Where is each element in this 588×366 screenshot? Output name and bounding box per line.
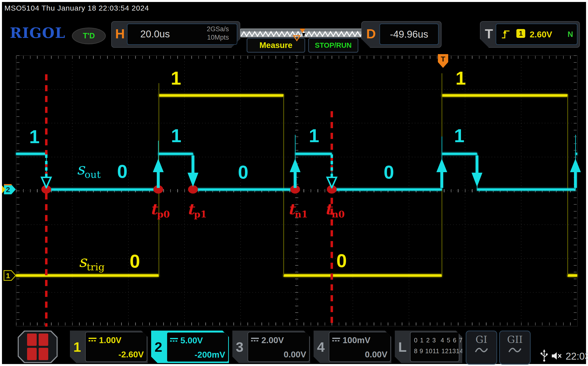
- channel1-chip[interactable]: 11.00V-2.60V: [70, 331, 148, 363]
- trace-s_out-segment: [16, 153, 46, 155]
- transition-arrow-shaft: [294, 172, 297, 188]
- signal-name-label: strig: [79, 254, 105, 272]
- generator2-chip[interactable]: GII: [499, 331, 531, 365]
- channel-offset: -2.60V: [118, 350, 144, 359]
- usb-icon: [540, 349, 548, 362]
- red-dashed-cursor: [45, 74, 48, 327]
- dc-coupling-icon: [332, 338, 340, 341]
- menu-button[interactable]: [18, 331, 58, 363]
- hollow-arrow-head-down: [326, 177, 338, 188]
- transition-arrow-shaft: [574, 172, 577, 188]
- trace-s_out-spike: [295, 135, 296, 154]
- time-point-label: tp0: [150, 202, 170, 219]
- bottom-edge-ticks: [16, 322, 577, 325]
- dc-coupling-icon: [89, 338, 96, 341]
- four-squares-icon: [27, 334, 48, 360]
- signal-name-label: sout: [77, 161, 101, 179]
- trace-s_out-segment: [46, 188, 158, 191]
- binary-state-label: 0: [130, 252, 140, 271]
- channel-offset: 0.00V: [284, 350, 306, 359]
- trace-s_out-segment: [477, 188, 575, 191]
- trace-s_out-segment: [332, 188, 442, 191]
- binary-state-label: 1: [454, 126, 464, 145]
- channel-settings-panel: 5.00V-200mV: [166, 332, 229, 362]
- binary-state-label: 0: [336, 251, 347, 270]
- trace-s_trig-spike: [442, 73, 442, 96]
- clock-time: 22:03: [566, 351, 588, 362]
- binary-state-label: 1: [29, 127, 40, 146]
- trace-s_out-spike: [442, 137, 442, 154]
- logic-analyzer-chip[interactable]: L 0 1 2 3 4 5 6 7 8 9 1011 12131415: [395, 331, 462, 363]
- speaker-muted-icon: [551, 351, 563, 361]
- trace-s_trig-edge: [283, 95, 284, 275]
- channel-scale: 100mV: [343, 335, 370, 345]
- transition-arrow-head-up: [290, 159, 301, 172]
- channel-scale: 2.00V: [261, 335, 284, 345]
- time-point-label: tn0: [325, 202, 345, 219]
- channel-scale: 1.00V: [99, 335, 121, 345]
- channel-settings-panel: 2.00V0.00V: [248, 332, 310, 362]
- trace-s_out-segment: [158, 153, 193, 155]
- binary-state-label: 0: [117, 162, 127, 181]
- generator2-label: GII: [500, 334, 530, 345]
- left-edge-ticks: [16, 55, 19, 326]
- time-point-label: tn1: [288, 202, 308, 219]
- channel-offset: -200mV: [194, 350, 225, 360]
- transition-arrow-head-down: [472, 173, 482, 187]
- transition-arrow-head-up: [153, 159, 164, 172]
- channel-number: 2: [155, 339, 162, 355]
- hollow-arrow-head-down: [40, 177, 52, 188]
- trigger-level-arrow-icon: [2, 185, 6, 193]
- trace-s_trig-spike: [159, 83, 159, 96]
- channel1-position-tag[interactable]: 1: [3, 270, 16, 281]
- top-edge-ticks: [16, 56, 577, 59]
- trace-s_out-segment: [442, 153, 477, 155]
- trace-s_trig-segment: [442, 94, 568, 97]
- generator1-label: GI: [466, 334, 496, 345]
- transition-arrow-head-up: [436, 159, 447, 172]
- transition-arrow-head-down: [188, 173, 198, 187]
- channel3-chip[interactable]: 32.00V0.00V: [232, 331, 310, 363]
- trigger-position-triangle-icon: [293, 35, 301, 41]
- binary-state-label: 1: [171, 69, 181, 88]
- channel-settings-panel: 1.00V-2.60V: [85, 332, 147, 362]
- logic-label: L: [398, 339, 407, 355]
- trace-s_trig-segment: [16, 274, 159, 277]
- dc-coupling-icon: [251, 338, 259, 341]
- trace-s_trig-segment: [284, 274, 442, 277]
- binary-state-label: 1: [456, 69, 466, 88]
- transition-arrow-shaft: [191, 155, 194, 173]
- transition-arrow-shaft: [157, 172, 160, 188]
- channel-settings-panel: 100mV0.00V: [329, 332, 391, 362]
- hollow-arrow-shaft: [331, 154, 333, 177]
- right-edge-ticks: [574, 55, 577, 326]
- channel-scale: 5.00V: [180, 336, 203, 345]
- trace-s_out-spike: [158, 141, 159, 154]
- channel-number: 4: [317, 339, 325, 355]
- binary-state-label: 0: [384, 163, 394, 182]
- transition-arrow-head-up: [570, 159, 581, 172]
- time-point-label: tp1: [187, 202, 207, 219]
- hollow-arrow-shaft: [45, 154, 48, 177]
- channel2-chip[interactable]: 25.00V-200mV: [151, 331, 229, 363]
- trace-s_out-segment: [295, 153, 332, 155]
- logic-channels-row1: 0 1 2 3 4 5 6 7: [414, 337, 463, 344]
- dc-coupling-icon: [170, 338, 178, 342]
- trace-s_trig-edge: [567, 95, 568, 275]
- trace-s_trig-segment: [159, 94, 284, 97]
- generator1-chip[interactable]: GI: [466, 331, 497, 365]
- svg-text:1: 1: [6, 272, 10, 280]
- transition-arrow-shaft: [476, 155, 478, 173]
- channel-number: 1: [73, 339, 81, 355]
- sine-icon: [475, 346, 488, 354]
- binary-state-label: 0: [238, 163, 248, 182]
- svg-text:2: 2: [6, 185, 10, 194]
- channel-number: 3: [236, 339, 243, 355]
- binary-state-label: 1: [171, 126, 181, 145]
- binary-state-label: 1: [309, 126, 319, 145]
- trace-s_trig-segment: [568, 274, 577, 277]
- channel-offset: 0.00V: [365, 350, 387, 359]
- trace-s_out-spike: [575, 135, 576, 154]
- sine-icon: [508, 346, 522, 354]
- channel4-chip[interactable]: 4100mV0.00V: [314, 331, 391, 363]
